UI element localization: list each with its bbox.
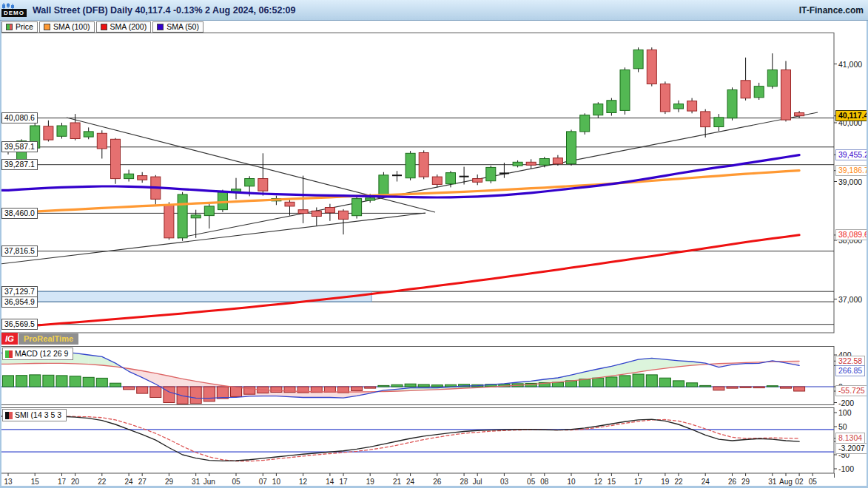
candle xyxy=(245,179,255,186)
candle xyxy=(674,104,684,109)
macd-bar xyxy=(619,376,630,387)
candle xyxy=(795,113,804,116)
candle xyxy=(767,70,777,87)
ig-logo[interactable]: IG xyxy=(1,333,18,345)
candle xyxy=(164,205,174,238)
candle xyxy=(727,90,737,118)
candle xyxy=(660,84,670,112)
macd-bar xyxy=(431,385,443,387)
smi-label: SMI (14 3 5 3 xyxy=(15,410,61,420)
legend-item-sma-50[interactable]: SMA (50) xyxy=(152,21,203,33)
candle xyxy=(111,139,121,178)
prorealtime-logo[interactable]: IG ProRealTime xyxy=(1,333,78,345)
candle xyxy=(406,153,415,177)
macd-bar xyxy=(781,387,792,388)
macd-bar xyxy=(124,387,135,390)
macd-bar xyxy=(16,376,27,387)
prorealtime-wordmark[interactable]: ProRealTime xyxy=(18,333,78,345)
macd-bar xyxy=(659,378,670,387)
candle xyxy=(486,167,496,180)
candle xyxy=(607,101,616,113)
macd-panel-border xyxy=(1,347,835,405)
macd-bar xyxy=(767,386,778,387)
macd-bar xyxy=(794,387,805,391)
legend-item-sma-200[interactable]: SMA (200) xyxy=(96,21,152,33)
macd-bar xyxy=(43,375,54,387)
window-edge-left xyxy=(0,21,1,488)
smi-main-line xyxy=(0,416,799,461)
candle xyxy=(285,202,295,206)
candle xyxy=(17,141,27,160)
candle xyxy=(539,159,549,166)
macd-bar xyxy=(378,385,389,387)
macd-bar xyxy=(217,387,228,399)
macd-bar xyxy=(713,387,724,390)
candle xyxy=(70,123,80,139)
candle xyxy=(178,194,187,238)
macd-bar xyxy=(753,387,764,388)
candle xyxy=(633,50,643,68)
macd-label: MACD (12 26 9 xyxy=(15,349,68,359)
macd-bar xyxy=(203,387,215,401)
macd-bar xyxy=(56,376,67,387)
macd-bar xyxy=(391,384,403,387)
smi-icon xyxy=(5,412,13,419)
macd-bar xyxy=(593,378,604,387)
trendline xyxy=(0,213,425,264)
candle xyxy=(647,50,656,84)
macd-bar xyxy=(110,383,121,387)
candle xyxy=(325,208,334,213)
candle xyxy=(580,115,590,132)
candle xyxy=(44,126,53,140)
legend-item-price[interactable]: Price xyxy=(1,21,38,33)
macd-bar xyxy=(177,387,188,404)
macd-bar xyxy=(83,377,94,387)
candle xyxy=(379,175,388,196)
candle xyxy=(513,162,522,166)
macd-bar xyxy=(137,387,148,393)
candle xyxy=(124,174,134,178)
legend-item-sma-100[interactable]: SMA (100) xyxy=(39,21,95,33)
candle xyxy=(701,112,710,127)
candle xyxy=(781,70,791,121)
macd-bar xyxy=(418,384,429,387)
candle xyxy=(312,211,321,216)
macd-bar xyxy=(70,376,81,387)
candle xyxy=(191,215,201,218)
smi-signal-line xyxy=(0,416,799,461)
macd-bar xyxy=(727,387,738,388)
macd-bar xyxy=(96,378,107,387)
legend-item-label: SMA (100) xyxy=(53,22,90,32)
macd-bar xyxy=(700,385,711,387)
macd-bar xyxy=(606,377,617,387)
legend-swatch-icon xyxy=(101,24,107,30)
chart-canvas[interactable] xyxy=(0,0,868,488)
candle xyxy=(352,199,362,216)
macd-bar xyxy=(150,387,161,398)
candle xyxy=(97,133,107,149)
macd-icon xyxy=(5,350,13,358)
smi-label-box[interactable]: SMI (14 3 5 3 xyxy=(2,409,67,421)
legend-item-label: Price xyxy=(16,22,33,32)
macd-bar xyxy=(673,381,684,387)
legend-item-label: SMA (50) xyxy=(166,22,199,32)
macd-bar xyxy=(30,375,41,387)
legend-swatch-icon xyxy=(44,24,50,30)
candle xyxy=(419,153,428,177)
legend-bar: PriceSMA (100)SMA (200)SMA (50) xyxy=(1,21,203,33)
candle xyxy=(553,158,562,164)
legend-swatch-icon xyxy=(157,24,164,30)
macd-label-box[interactable]: MACD (12 26 9 xyxy=(2,348,73,360)
chart-window: DEMO Wall Street (DFB) Daily 40,117.4 -0… xyxy=(0,0,868,488)
macd-bar xyxy=(190,387,201,404)
macd-bar xyxy=(646,375,657,387)
legend-swatch-icon xyxy=(6,24,13,30)
candle xyxy=(298,210,308,214)
macd-bar xyxy=(271,387,282,393)
macd-bar xyxy=(3,376,14,387)
candle xyxy=(57,126,67,136)
macd-bar xyxy=(633,374,644,387)
candle xyxy=(258,179,268,192)
candle xyxy=(593,104,603,115)
macd-bar xyxy=(687,383,698,387)
